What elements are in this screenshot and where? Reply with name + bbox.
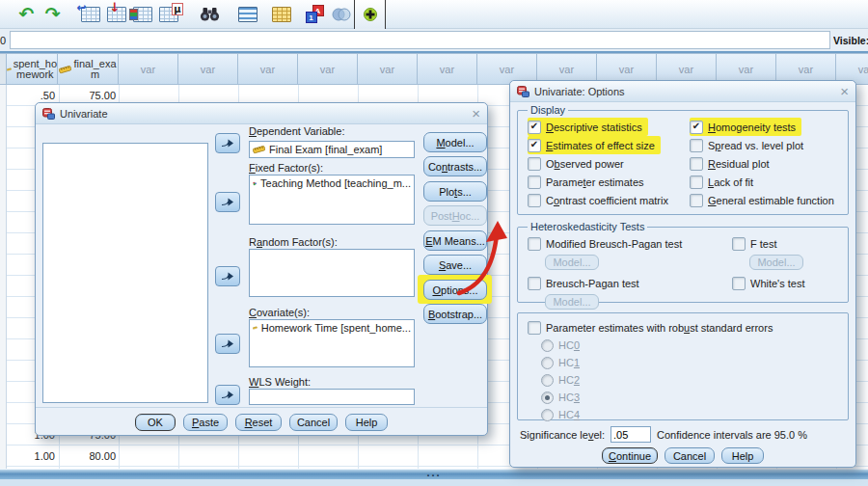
categorical-variable-icon (253, 178, 257, 189)
em-means-button[interactable]: EM Means... (423, 230, 487, 251)
checkbox-lack-of-fit[interactable]: Lack of fit (690, 173, 834, 191)
paste-button[interactable]: Paste (183, 414, 228, 431)
plots-button[interactable]: Plots... (423, 181, 487, 202)
move-dependent-button[interactable] (215, 133, 240, 153)
scale-ruler-icon (253, 145, 265, 154)
checkbox-icon (528, 237, 541, 251)
cell-editor-field[interactable] (10, 31, 830, 49)
use-sets-icon[interactable] (328, 2, 354, 27)
column-header-spent-homework[interactable]: spent_ho mework (7, 53, 58, 85)
table-glyph (107, 7, 126, 22)
move-fixed-factor-button[interactable] (215, 192, 240, 212)
column-header-var[interactable]: var (238, 53, 298, 85)
fixed-factors-list[interactable]: Teaching Method [teaching_m... (249, 175, 415, 225)
redo-icon[interactable] (40, 2, 66, 27)
reset-button[interactable]: Reset (235, 414, 282, 431)
checkbox-whites-test[interactable]: White's test (732, 274, 805, 292)
wls-weight-label: WLS Weight: (249, 376, 311, 388)
checkbox-general-estimable-function[interactable]: General estimable function (690, 191, 834, 209)
contrasts-button[interactable]: Contrasts... (423, 156, 487, 176)
move-covariate-button[interactable] (215, 334, 240, 354)
continue-button[interactable]: Continue (602, 447, 658, 464)
move-wls-button[interactable] (215, 385, 240, 405)
table-glyph (81, 7, 100, 22)
scrollbar-grip[interactable]: ... (415, 467, 453, 478)
recall-dialogs-icon[interactable] (77, 2, 103, 27)
bootstrap-button[interactable]: Bootstrap... (423, 304, 487, 324)
goto-variable-icon[interactable] (129, 2, 155, 27)
model-button[interactable]: Model... (423, 132, 487, 152)
find-icon[interactable] (197, 2, 223, 27)
column-header-final-exam[interactable]: final_exa m (58, 53, 119, 85)
source-variable-list[interactable] (42, 143, 208, 403)
checkbox-label: White's test (750, 278, 805, 289)
checkbox-icon (732, 237, 746, 251)
checkbox-residual-plot[interactable]: Residual plot (690, 154, 834, 173)
table-glyph (159, 7, 178, 22)
checkbox-parameter-estimates[interactable]: Parameter estimates (528, 173, 690, 191)
undo-icon[interactable] (14, 2, 40, 27)
variable-entry: Final Exam [final_exam] (250, 142, 414, 157)
checkbox-contrast-coefficient-matrix[interactable]: Contrast coefficient matrix (528, 191, 690, 209)
redo-glyph (45, 5, 61, 23)
save-button[interactable]: Save... (423, 255, 487, 275)
radio-label: HC2 (558, 374, 580, 386)
variable-info-icon[interactable] (155, 2, 181, 27)
ok-button[interactable]: OK (135, 414, 176, 431)
univariate-footer: OK Paste Reset Cancel Help (36, 407, 487, 431)
close-icon[interactable]: × (472, 106, 480, 121)
value-labels-icon[interactable] (302, 2, 328, 27)
checkbox-breusch-pagan[interactable]: Breusch-Pagan test (528, 274, 732, 292)
insert-case-icon[interactable] (234, 2, 260, 27)
checkbox-icon (690, 194, 703, 207)
radio-hc4: HC4 (541, 406, 838, 423)
grid-cell[interactable]: 80.00 (62, 446, 116, 467)
checkbox-label: Observed power (546, 158, 624, 170)
checkbox-modified-breusch-pagan[interactable]: Modified Breusch-Pagan test (528, 234, 732, 253)
checkbox-observed-power[interactable]: Observed power (528, 154, 690, 173)
transfer-arrow-icon (221, 390, 234, 400)
cancel-button[interactable]: Cancel (665, 447, 715, 464)
covariates-list[interactable]: Homework Time [spent_home... (249, 319, 415, 367)
confidence-note: Confidence intervals are 95.0 % (657, 429, 807, 441)
checkbox-f-test[interactable]: F test (732, 234, 805, 253)
cancel-button[interactable]: Cancel (289, 414, 338, 431)
radio-icon (541, 357, 554, 369)
covariates-label: Covariate(s): (249, 307, 310, 318)
checkbox-spread-vs-level-plot[interactable]: Spread vs. level plot (690, 136, 834, 154)
column-header-label: final_exa m (73, 59, 116, 80)
checkbox-estimates-of-effect-size[interactable]: Estimates of effect size (528, 136, 661, 154)
dependent-variable-field[interactable]: Final Exam [final_exam] (249, 141, 415, 158)
column-header-var[interactable]: var (119, 53, 178, 85)
checkbox-homogeneity-tests[interactable]: Homogeneity tests (690, 118, 801, 136)
checkbox-icon (528, 157, 541, 171)
show-all-variables-icon[interactable] (354, 0, 386, 30)
help-button[interactable]: Help (345, 414, 388, 431)
options-titlebar[interactable]: Univariate: Options × (510, 81, 855, 102)
move-random-factor-button[interactable] (215, 266, 240, 286)
column-header-var[interactable]: var (358, 53, 418, 85)
toolbar (0, 0, 868, 29)
options-button[interactable]: Options... (423, 280, 487, 300)
column-header-var[interactable]: var (178, 53, 238, 85)
goto-case-icon[interactable] (103, 2, 129, 27)
grid-cell[interactable]: 1.00 (8, 446, 55, 467)
checkbox-icon (528, 139, 541, 152)
wls-weight-field[interactable] (249, 389, 415, 405)
column-header-var[interactable]: var (418, 53, 477, 85)
checkbox-robust-standard-errors[interactable]: Parameter estimates with robust standard… (528, 318, 838, 337)
dependent-variable-label: Dependent Variable: (249, 125, 345, 137)
significance-input[interactable] (610, 426, 651, 443)
column-header-var[interactable]: var (298, 53, 358, 85)
univariate-titlebar[interactable]: Univariate × (36, 103, 487, 124)
insert-variable-icon[interactable] (268, 2, 294, 27)
checkbox-descriptive-statistics[interactable]: Descriptive statistics (528, 118, 648, 136)
value-labels-glyph (306, 5, 325, 23)
help-button[interactable]: Help (721, 447, 764, 464)
var-label: var (380, 64, 394, 75)
close-icon[interactable]: × (840, 84, 849, 98)
var-label: var (500, 64, 514, 75)
spss-dialog-icon (517, 86, 529, 97)
random-factors-list[interactable] (249, 249, 415, 297)
undo-glyph (19, 5, 35, 23)
